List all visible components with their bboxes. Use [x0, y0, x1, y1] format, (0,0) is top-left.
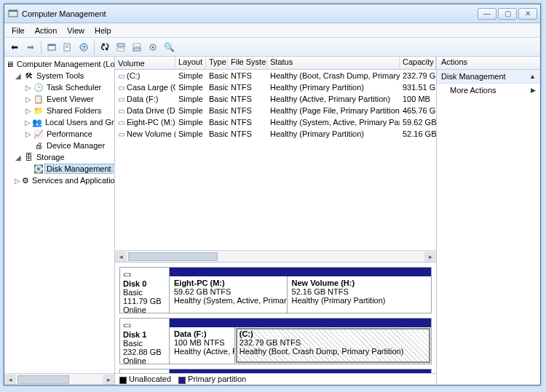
legend-label: Unallocated	[129, 375, 171, 383]
tree-storage[interactable]: ◢ 🗄 Storage	[6, 151, 113, 163]
tree-task-scheduler[interactable]: ▷ 🕒 Task Scheduler	[6, 81, 113, 93]
collapse-icon[interactable]: ◢	[15, 153, 22, 161]
menu-help[interactable]: Help	[90, 25, 116, 36]
svg-rect-1	[9, 10, 17, 12]
legend-label: Primary partition	[188, 375, 246, 383]
volume-row[interactable]: ▭(C:)SimpleBasicNTFSHealthy (Boot, Crash…	[115, 70, 436, 81]
expand-icon[interactable]: ▷	[25, 95, 32, 103]
col-status[interactable]: Status	[267, 57, 400, 69]
volume-name: (C:)	[127, 71, 140, 80]
svg-rect-3	[48, 44, 55, 46]
tree-label: Shared Folders	[45, 106, 103, 115]
tree-label: Computer Management (Local	[15, 60, 115, 68]
volume-layout: Simple	[175, 71, 206, 80]
disk-state: Online	[123, 305, 166, 314]
volume-name: Data (F:)	[127, 95, 158, 103]
event-icon: 📋	[33, 94, 44, 104]
partitions: Eight-PC (M:)59.62 GB NTFSHealthy (Syste…	[170, 276, 431, 313]
disk-row[interactable]: ▭Disk 2Basic465.76 GBOnlineData Drive (D…	[119, 369, 432, 373]
menu-view[interactable]: View	[63, 25, 89, 36]
partition-size: 232.79 GB NTFS	[240, 338, 427, 347]
expand-icon[interactable]: ▷	[25, 119, 31, 127]
col-capacity[interactable]: Capacity	[400, 57, 436, 69]
volume-row[interactable]: ▭Casa Large (G:)SimpleBasicNTFSHealthy (…	[115, 81, 436, 93]
volume-type: Basic	[206, 106, 228, 115]
expand-icon[interactable]: ▷	[25, 107, 32, 115]
tree-horizontal-scrollbar[interactable]: ◂ ▸	[4, 373, 114, 385]
perf-icon: 📈	[33, 129, 44, 139]
volume-horizontal-scrollbar[interactable]: ◂ ▸	[115, 250, 436, 262]
forward-button[interactable]: ➡	[23, 40, 38, 55]
titlebar[interactable]: Computer Management — ▢ ✕	[4, 4, 540, 23]
col-type[interactable]: Type	[206, 57, 228, 69]
svg-point-14	[152, 46, 154, 48]
volume-row[interactable]: ▭New Volume (H:)SimpleBasicNTFSHealthy (…	[115, 128, 436, 140]
volume-type: Basic	[206, 95, 228, 103]
folder-icon: 📁	[33, 105, 44, 116]
tree-root[interactable]: 🖥 Computer Management (Local	[6, 58, 113, 70]
tree-services-apps[interactable]: ▷ ⚙ Services and Applications	[6, 175, 113, 186]
volume-list[interactable]: ▭(C:)SimpleBasicNTFSHealthy (Boot, Crash…	[115, 70, 436, 140]
tree-pane[interactable]: 🖥 Computer Management (Local ◢ 🛠 System …	[4, 57, 115, 385]
partition[interactable]: (C:)232.79 GB NTFSHealthy (Boot, Crash D…	[235, 327, 431, 364]
drive-icon: ▭	[118, 130, 124, 138]
disk-kind: Basic	[123, 339, 166, 348]
disk-row[interactable]: ▭Disk 0Basic111.79 GBOnlineEight-PC (M:)…	[119, 267, 432, 313]
view-bottom-button[interactable]	[130, 40, 144, 55]
volume-type: Basic	[206, 71, 228, 80]
actions-section[interactable]: Disk Management ▲	[437, 70, 540, 84]
tree-device-manager[interactable]: 🖨 Device Manager	[6, 140, 113, 151]
scroll-track[interactable]	[127, 252, 424, 262]
partition[interactable]: Data (F:)100 MB NTFSHealthy (Active, Pr	[170, 327, 235, 364]
scroll-left-button[interactable]: ◂	[115, 252, 127, 262]
minimize-button[interactable]: —	[478, 8, 496, 20]
volume-row[interactable]: ▭Data Drive (D:)SimpleBasicNTFSHealthy (…	[115, 105, 436, 116]
action-more-actions[interactable]: More Actions ▶	[437, 84, 540, 97]
tree-label: Device Manager	[45, 141, 106, 150]
scroll-thumb[interactable]	[128, 252, 218, 261]
tree-shared-folders[interactable]: ▷ 📁 Shared Folders	[6, 105, 113, 116]
col-filesystem[interactable]: File System	[228, 57, 267, 69]
tree-local-users[interactable]: ▷ 👥 Local Users and Groups	[6, 116, 113, 128]
up-button[interactable]	[44, 40, 59, 55]
volume-filesystem: NTFS	[228, 95, 267, 103]
volume-row[interactable]: ▭Eight-PC (M:)SimpleBasicNTFSHealthy (Sy…	[115, 116, 436, 128]
volume-capacity: 931.51 GB	[400, 83, 436, 92]
settings-button[interactable]	[146, 40, 160, 55]
disk-row[interactable]: ▭Disk 1Basic232.88 GBOnlineData (F:)100 …	[119, 318, 432, 364]
scroll-left-button[interactable]: ◂	[4, 375, 16, 385]
help-button[interactable]: ?	[76, 40, 91, 55]
tree-event-viewer[interactable]: ▷ 📋 Event Viewer	[6, 93, 113, 105]
collapse-icon[interactable]: ◢	[15, 72, 22, 80]
menu-action[interactable]: Action	[31, 25, 62, 36]
tree-disk-management[interactable]: 💽 Disk Management	[6, 163, 113, 175]
back-button[interactable]: ⬅	[7, 40, 22, 55]
tree-performance[interactable]: ▷ 📈 Performance	[6, 128, 113, 140]
disk-graphical-view[interactable]: ▭Disk 0Basic111.79 GBOnlineEight-PC (M:)…	[115, 262, 436, 373]
refresh-button[interactable]: 🗘	[98, 40, 112, 55]
volume-layout: Simple	[175, 129, 206, 138]
expand-icon[interactable]: ▷	[25, 130, 32, 138]
swatch-icon	[178, 377, 186, 384]
view-top-button[interactable]	[114, 40, 128, 55]
col-layout[interactable]: Layout	[175, 57, 206, 69]
partition[interactable]: New Volume (H:)52.16 GB NTFSHealthy (Pri…	[288, 276, 431, 313]
menu-file[interactable]: File	[7, 25, 29, 36]
volume-row[interactable]: ▭Data (F:)SimpleBasicNTFSHealthy (Active…	[115, 93, 436, 105]
close-button[interactable]: ✕	[518, 8, 537, 20]
expand-icon[interactable]: ▷	[25, 84, 32, 92]
tree-system-tools[interactable]: ◢ 🛠 System Tools	[6, 70, 113, 81]
scroll-right-button[interactable]: ▸	[424, 252, 436, 262]
scroll-thumb[interactable]	[17, 375, 69, 384]
drive-icon: ▭	[118, 95, 124, 103]
expand-icon[interactable]: ▷	[15, 177, 20, 185]
properties-button[interactable]	[60, 40, 75, 55]
partition-bar	[170, 369, 431, 373]
volume-type: Basic	[206, 118, 228, 127]
scroll-track[interactable]	[16, 375, 103, 385]
col-volume[interactable]: Volume	[115, 57, 175, 69]
find-button[interactable]: 🔍	[162, 40, 176, 55]
maximize-button[interactable]: ▢	[498, 8, 517, 20]
scroll-right-button[interactable]: ▸	[103, 375, 114, 385]
partition[interactable]: Eight-PC (M:)59.62 GB NTFSHealthy (Syste…	[170, 276, 288, 313]
